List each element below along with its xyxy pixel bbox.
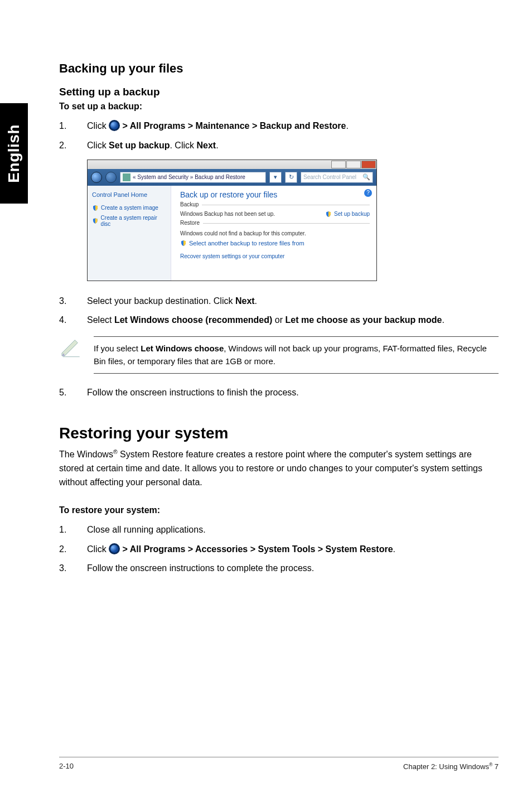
step-number: 4.: [59, 313, 87, 327]
step-number: 1.: [59, 523, 87, 537]
step-body: Follow the onscreen instructions to fini…: [87, 386, 499, 400]
chapter-label: Chapter 2: Using Windows® 7: [403, 762, 499, 771]
backup-status-text: Windows Backup has not been set up.: [180, 211, 275, 217]
step-body: Follow the onscreen instructions to comp…: [87, 562, 499, 576]
breadcrumb[interactable]: « System and Security » Backup and Resto…: [120, 172, 266, 183]
screenshot-backup-restore: « System and Security » Backup and Resto…: [87, 160, 377, 281]
step-number: 3.: [59, 562, 87, 576]
start-icon: [109, 120, 120, 131]
step-number: 1.: [59, 119, 87, 133]
step-number: 3.: [59, 294, 87, 308]
search-input[interactable]: Search Control Panel🔍: [301, 172, 373, 183]
shield-icon: [92, 218, 99, 224]
steps-setup-continued: 3. Select your backup destination. Click…: [59, 294, 499, 328]
heading-restoring: Restoring your system: [59, 424, 499, 442]
shield-icon: [92, 205, 99, 211]
shield-icon: [180, 240, 187, 247]
window-titlebar: [88, 160, 376, 169]
help-icon[interactable]: ?: [364, 189, 372, 197]
back-button[interactable]: [91, 172, 102, 183]
note-text: If you select Let Windows choose, Window…: [94, 336, 499, 374]
minimize-button[interactable]: [331, 161, 346, 168]
step-body: Click Set up backup. Click Next.: [87, 139, 499, 153]
restoring-description: The Windows® System Restore feature crea…: [59, 448, 499, 490]
heading-backing-up: Backing up your files: [59, 61, 499, 76]
label-to-setup: To set up a backup:: [59, 102, 499, 112]
recover-system-link[interactable]: Recover system settings or your computer: [180, 253, 370, 259]
refresh-button[interactable]: ▾: [269, 172, 282, 183]
step-body: Click > All Programs > Maintenance > Bac…: [87, 119, 499, 133]
page-footer: 2-10 Chapter 2: Using Windows® 7: [59, 757, 499, 771]
note-block: If you select Let Windows choose, Window…: [59, 336, 499, 374]
label-to-restore: To restore your system:: [59, 505, 499, 515]
refresh-icon[interactable]: ↻: [285, 172, 297, 183]
step-5: 5. Follow the onscreen instructions to f…: [59, 386, 499, 400]
create-system-image-link[interactable]: Create a system image: [92, 205, 166, 211]
sidebar: Control Panel Home Create a system image…: [88, 186, 171, 281]
backup-group-label: Backup: [180, 201, 202, 207]
step-number: 2.: [59, 139, 87, 153]
start-icon: [109, 543, 120, 554]
pencil-icon: [59, 336, 81, 359]
control-panel-home-link[interactable]: Control Panel Home: [92, 191, 166, 198]
page-content: Backing up your files Setting up a backu…: [0, 0, 532, 576]
steps-restore: 1. Close all running applications. 2. Cl…: [59, 523, 499, 576]
language-tab: English: [0, 103, 28, 204]
maximize-button[interactable]: [346, 161, 361, 168]
step-body: Click > All Programs > Accessories > Sys…: [87, 543, 499, 557]
search-icon: 🔍: [362, 173, 370, 181]
step-body: Select Let Windows choose (recommended) …: [87, 313, 499, 327]
restore-status-text: Windows could not find a backup for this…: [180, 230, 370, 236]
step-number: 5.: [59, 386, 87, 400]
close-button[interactable]: [361, 161, 376, 168]
forward-button[interactable]: [105, 172, 117, 183]
main-panel: ? Back up or restore your files Backup W…: [171, 186, 376, 281]
shield-icon: [325, 211, 332, 218]
explorer-header: « System and Security » Backup and Resto…: [88, 169, 376, 186]
step-number: 2.: [59, 543, 87, 557]
steps-setup: 1. Click > All Programs > Maintenance > …: [59, 119, 499, 153]
step-body: Select your backup destination. Click Ne…: [87, 294, 499, 308]
select-another-backup-link[interactable]: Select another backup to restore files f…: [180, 240, 370, 247]
restore-group-label: Restore: [180, 220, 203, 226]
step-body: Close all running applications.: [87, 523, 499, 537]
panel-title: Back up or restore your files: [180, 190, 370, 199]
heading-setting-up: Setting up a backup: [59, 86, 499, 98]
set-up-backup-link[interactable]: Set up backup: [325, 211, 370, 218]
page-number: 2-10: [59, 762, 74, 771]
svg-marker-0: [62, 340, 78, 356]
create-repair-disc-link[interactable]: Create a system repair disc: [92, 215, 166, 227]
